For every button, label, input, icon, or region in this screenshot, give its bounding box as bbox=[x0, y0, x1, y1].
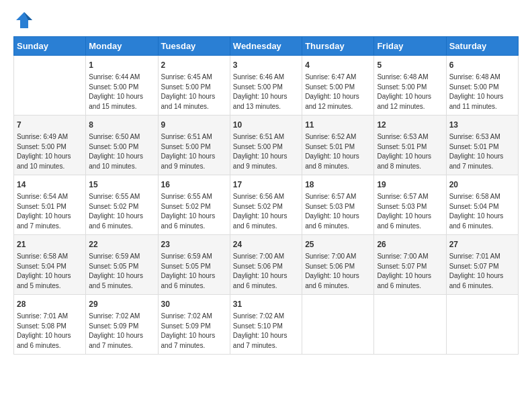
calendar-cell: 29Sunrise: 7:02 AM Sunset: 5:09 PM Dayli… bbox=[86, 295, 158, 355]
calendar-week-4: 21Sunrise: 6:58 AM Sunset: 5:04 PM Dayli… bbox=[14, 235, 519, 295]
day-header-wednesday: Wednesday bbox=[230, 37, 302, 56]
calendar-week-2: 7Sunrise: 6:49 AM Sunset: 5:00 PM Daylig… bbox=[14, 116, 519, 175]
day-number: 14 bbox=[17, 179, 83, 191]
day-content: Sunrise: 6:55 AM Sunset: 5:02 PM Dayligh… bbox=[161, 192, 227, 231]
day-content: Sunrise: 6:53 AM Sunset: 5:01 PM Dayligh… bbox=[377, 132, 443, 171]
day-number: 27 bbox=[449, 238, 515, 250]
calendar-cell: 31Sunrise: 7:02 AM Sunset: 5:10 PM Dayli… bbox=[230, 295, 302, 355]
day-number: 11 bbox=[305, 119, 371, 131]
calendar-cell: 19Sunrise: 6:57 AM Sunset: 5:03 PM Dayli… bbox=[374, 175, 446, 235]
calendar-cell: 28Sunrise: 7:01 AM Sunset: 5:08 PM Dayli… bbox=[14, 295, 86, 355]
calendar-cell: 20Sunrise: 6:58 AM Sunset: 5:04 PM Dayli… bbox=[446, 175, 518, 235]
calendar-cell: 18Sunrise: 6:57 AM Sunset: 5:03 PM Dayli… bbox=[302, 175, 374, 235]
calendar-cell: 14Sunrise: 6:54 AM Sunset: 5:01 PM Dayli… bbox=[14, 175, 86, 235]
calendar-cell bbox=[446, 295, 518, 355]
calendar-cell bbox=[302, 295, 374, 355]
calendar-cell: 12Sunrise: 6:53 AM Sunset: 5:01 PM Dayli… bbox=[374, 116, 446, 175]
day-content: Sunrise: 6:46 AM Sunset: 5:00 PM Dayligh… bbox=[233, 73, 299, 111]
logo-icon bbox=[15, 11, 34, 30]
day-number: 4 bbox=[305, 59, 371, 71]
day-content: Sunrise: 6:51 AM Sunset: 5:00 PM Dayligh… bbox=[161, 132, 227, 171]
day-content: Sunrise: 6:52 AM Sunset: 5:01 PM Dayligh… bbox=[305, 132, 371, 171]
day-number: 16 bbox=[161, 179, 227, 191]
day-content: Sunrise: 7:02 AM Sunset: 5:09 PM Dayligh… bbox=[89, 312, 154, 351]
day-number: 26 bbox=[377, 238, 443, 250]
day-header-tuesday: Tuesday bbox=[158, 37, 230, 56]
day-header-saturday: Saturday bbox=[446, 37, 518, 56]
logo bbox=[13, 13, 34, 26]
day-content: Sunrise: 7:02 AM Sunset: 5:09 PM Dayligh… bbox=[161, 312, 227, 351]
day-number: 10 bbox=[233, 119, 299, 131]
calendar-week-3: 14Sunrise: 6:54 AM Sunset: 5:01 PM Dayli… bbox=[14, 175, 519, 235]
day-content: Sunrise: 6:44 AM Sunset: 5:00 PM Dayligh… bbox=[89, 73, 154, 111]
day-number: 25 bbox=[305, 238, 371, 250]
calendar-table: SundayMondayTuesdayWednesdayThursdayFrid… bbox=[13, 36, 519, 355]
calendar-cell: 5Sunrise: 6:48 AM Sunset: 5:00 PM Daylig… bbox=[374, 56, 446, 116]
calendar-cell: 16Sunrise: 6:55 AM Sunset: 5:02 PM Dayli… bbox=[158, 175, 230, 235]
day-content: Sunrise: 6:45 AM Sunset: 5:00 PM Dayligh… bbox=[161, 73, 227, 111]
day-content: Sunrise: 6:48 AM Sunset: 5:00 PM Dayligh… bbox=[449, 73, 515, 111]
day-number: 24 bbox=[233, 238, 299, 250]
day-content: Sunrise: 7:01 AM Sunset: 5:08 PM Dayligh… bbox=[17, 312, 83, 351]
day-header-monday: Monday bbox=[86, 37, 158, 56]
day-number: 22 bbox=[89, 238, 154, 250]
calendar-cell: 27Sunrise: 7:01 AM Sunset: 5:07 PM Dayli… bbox=[446, 235, 518, 295]
day-number: 5 bbox=[377, 59, 443, 71]
calendar-cell: 1Sunrise: 6:44 AM Sunset: 5:00 PM Daylig… bbox=[86, 56, 158, 116]
day-content: Sunrise: 7:00 AM Sunset: 5:06 PM Dayligh… bbox=[233, 252, 299, 291]
day-number: 12 bbox=[377, 119, 443, 131]
day-content: Sunrise: 6:57 AM Sunset: 5:03 PM Dayligh… bbox=[377, 192, 443, 231]
calendar-cell: 25Sunrise: 7:00 AM Sunset: 5:06 PM Dayli… bbox=[302, 235, 374, 295]
calendar-cell: 8Sunrise: 6:50 AM Sunset: 5:00 PM Daylig… bbox=[86, 116, 158, 175]
calendar-cell: 9Sunrise: 6:51 AM Sunset: 5:00 PM Daylig… bbox=[158, 116, 230, 175]
day-number: 7 bbox=[17, 119, 83, 131]
day-content: Sunrise: 7:02 AM Sunset: 5:10 PM Dayligh… bbox=[233, 312, 299, 351]
calendar-cell: 2Sunrise: 6:45 AM Sunset: 5:00 PM Daylig… bbox=[158, 56, 230, 116]
day-content: Sunrise: 7:01 AM Sunset: 5:07 PM Dayligh… bbox=[449, 252, 515, 291]
day-number: 13 bbox=[449, 119, 515, 131]
day-number: 8 bbox=[89, 119, 154, 131]
day-number: 21 bbox=[17, 238, 83, 250]
page-header bbox=[13, 13, 519, 26]
day-number: 1 bbox=[89, 59, 154, 71]
day-number: 23 bbox=[161, 238, 227, 250]
calendar-cell: 6Sunrise: 6:48 AM Sunset: 5:00 PM Daylig… bbox=[446, 56, 518, 116]
day-number: 17 bbox=[233, 179, 299, 191]
day-header-thursday: Thursday bbox=[302, 37, 374, 56]
day-number: 31 bbox=[233, 298, 299, 310]
day-content: Sunrise: 6:57 AM Sunset: 5:03 PM Dayligh… bbox=[305, 192, 371, 231]
calendar-cell bbox=[374, 295, 446, 355]
day-number: 29 bbox=[89, 298, 154, 310]
calendar-cell: 11Sunrise: 6:52 AM Sunset: 5:01 PM Dayli… bbox=[302, 116, 374, 175]
calendar-cell: 17Sunrise: 6:56 AM Sunset: 5:02 PM Dayli… bbox=[230, 175, 302, 235]
day-number: 15 bbox=[89, 179, 154, 191]
calendar-cell: 15Sunrise: 6:55 AM Sunset: 5:02 PM Dayli… bbox=[86, 175, 158, 235]
day-content: Sunrise: 6:54 AM Sunset: 5:01 PM Dayligh… bbox=[17, 192, 83, 231]
calendar-cell: 13Sunrise: 6:53 AM Sunset: 5:01 PM Dayli… bbox=[446, 116, 518, 175]
day-content: Sunrise: 6:48 AM Sunset: 5:00 PM Dayligh… bbox=[377, 73, 443, 111]
day-number: 9 bbox=[161, 119, 227, 131]
day-content: Sunrise: 7:00 AM Sunset: 5:06 PM Dayligh… bbox=[305, 252, 371, 291]
day-content: Sunrise: 6:49 AM Sunset: 5:00 PM Dayligh… bbox=[17, 132, 83, 171]
calendar-week-1: 1Sunrise: 6:44 AM Sunset: 5:00 PM Daylig… bbox=[14, 56, 519, 116]
day-content: Sunrise: 6:58 AM Sunset: 5:04 PM Dayligh… bbox=[449, 192, 515, 231]
day-number: 6 bbox=[449, 59, 515, 71]
day-number: 18 bbox=[305, 179, 371, 191]
day-number: 20 bbox=[449, 179, 515, 191]
day-content: Sunrise: 6:59 AM Sunset: 5:05 PM Dayligh… bbox=[89, 252, 154, 291]
day-number: 28 bbox=[17, 298, 83, 310]
day-content: Sunrise: 6:55 AM Sunset: 5:02 PM Dayligh… bbox=[89, 192, 154, 231]
day-number: 19 bbox=[377, 179, 443, 191]
day-header-friday: Friday bbox=[374, 37, 446, 56]
calendar-cell: 24Sunrise: 7:00 AM Sunset: 5:06 PM Dayli… bbox=[230, 235, 302, 295]
calendar-cell: 10Sunrise: 6:51 AM Sunset: 5:00 PM Dayli… bbox=[230, 116, 302, 175]
day-content: Sunrise: 6:59 AM Sunset: 5:05 PM Dayligh… bbox=[161, 252, 227, 291]
day-content: Sunrise: 6:51 AM Sunset: 5:00 PM Dayligh… bbox=[233, 132, 299, 171]
day-number: 30 bbox=[161, 298, 227, 310]
calendar-cell: 23Sunrise: 6:59 AM Sunset: 5:05 PM Dayli… bbox=[158, 235, 230, 295]
calendar-cell bbox=[14, 56, 86, 116]
calendar-cell: 4Sunrise: 6:47 AM Sunset: 5:00 PM Daylig… bbox=[302, 56, 374, 116]
day-content: Sunrise: 6:53 AM Sunset: 5:01 PM Dayligh… bbox=[449, 132, 515, 171]
day-content: Sunrise: 7:00 AM Sunset: 5:07 PM Dayligh… bbox=[377, 252, 443, 291]
calendar-cell: 26Sunrise: 7:00 AM Sunset: 5:07 PM Dayli… bbox=[374, 235, 446, 295]
